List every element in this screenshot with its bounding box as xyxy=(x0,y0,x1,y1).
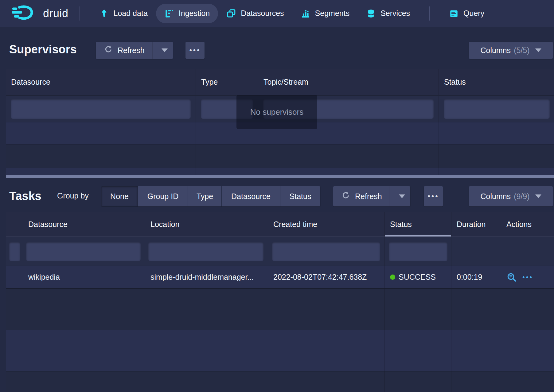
columns-count: (9/9) xyxy=(514,192,529,201)
nav-item-datasources[interactable]: Datasources xyxy=(218,4,292,23)
refresh-icon xyxy=(341,191,350,202)
status-filter-input[interactable] xyxy=(444,99,550,119)
druid-logo[interactable]: druid xyxy=(12,5,68,22)
refresh-label: Refresh xyxy=(355,192,382,201)
created-time-filter-input[interactable] xyxy=(272,242,380,261)
supervisors-table-header: Datasource Type Topic/Stream Status xyxy=(6,69,554,95)
group-by-status-button[interactable]: Status xyxy=(280,186,320,206)
column-header-actions[interactable]: Actions xyxy=(501,212,554,236)
task-status-label: SUCCESS xyxy=(399,273,436,282)
nav-item-label: Segments xyxy=(315,9,350,18)
nav-item-label: Query xyxy=(463,9,484,18)
datasources-icon xyxy=(226,9,236,18)
column-header-status-sorted[interactable]: Status xyxy=(385,212,451,236)
supervisors-more-button[interactable]: ••• xyxy=(185,42,205,59)
nav-item-label: Services xyxy=(380,9,410,18)
ingestion-icon xyxy=(164,9,174,18)
load-data-icon xyxy=(99,9,109,18)
datasource-filter-input[interactable] xyxy=(26,242,141,261)
nav-divider xyxy=(429,6,430,21)
datasource-filter-input[interactable] xyxy=(11,99,191,119)
group-filter-input[interactable] xyxy=(9,242,20,261)
column-header-location[interactable]: Location xyxy=(145,212,268,236)
supervisors-columns-button[interactable]: Columns (5/5) xyxy=(469,42,553,59)
chevron-down-icon xyxy=(535,194,541,198)
tasks-table: Datasource Location Created time Status … xyxy=(6,212,554,392)
tasks-refresh-button[interactable]: Refresh xyxy=(333,186,390,206)
column-header-datasource[interactable]: Datasource xyxy=(23,212,145,236)
empty-row xyxy=(6,330,554,371)
task-location-cell: simple-druid-middlemanager... xyxy=(145,266,268,288)
group-by-label: Group by xyxy=(57,191,89,200)
supervisors-refresh-button[interactable]: Refresh xyxy=(96,42,153,59)
task-actions-cell: ••• xyxy=(501,266,554,288)
task-detail-magnifier-icon[interactable] xyxy=(506,272,517,282)
refresh-label: Refresh xyxy=(118,46,145,55)
column-header-status[interactable]: Status xyxy=(439,69,554,95)
nav-item-services[interactable]: Services xyxy=(358,4,418,23)
nav-item-label: Datasources xyxy=(241,9,284,18)
group-by-type-button[interactable]: Type xyxy=(188,186,222,206)
columns-count: (5/5) xyxy=(514,46,529,55)
success-status-dot xyxy=(390,275,395,280)
columns-label: Columns xyxy=(480,192,511,201)
brand-name: druid xyxy=(43,7,68,20)
column-header-topic-stream[interactable]: Topic/Stream xyxy=(258,69,439,95)
empty-row xyxy=(6,371,554,392)
tasks-more-button[interactable]: ••• xyxy=(424,186,443,206)
tasks-refresh-dropdown-button[interactable] xyxy=(390,186,410,206)
column-header-datasource[interactable]: Datasource xyxy=(6,69,196,95)
task-datasource-cell: wikipedia xyxy=(23,266,145,288)
tasks-title: Tasks xyxy=(9,190,41,203)
task-created-time-cell: 2022-08-02T07:42:47.638Z xyxy=(268,266,385,288)
more-icon: ••• xyxy=(427,193,439,200)
supervisors-title: Supervisors xyxy=(9,43,77,56)
supervisors-table: Datasource Type Topic/Stream Status No s… xyxy=(6,69,554,175)
druid-logo-icon xyxy=(12,5,40,22)
segments-icon xyxy=(301,9,310,18)
group-by-datasource-button[interactable]: Datasource xyxy=(222,186,280,206)
empty-row xyxy=(6,168,554,175)
nav-divider xyxy=(80,6,80,21)
group-by-none-button[interactable]: None xyxy=(101,186,138,206)
services-icon xyxy=(366,9,376,18)
tasks-table-header: Datasource Location Created time Status … xyxy=(6,212,554,237)
status-filter-input[interactable] xyxy=(389,242,447,261)
column-header-type[interactable]: Type xyxy=(196,69,258,95)
nav-item-query[interactable]: Query xyxy=(441,4,493,23)
column-header-duration[interactable]: Duration xyxy=(451,212,501,236)
chevron-down-icon xyxy=(162,48,168,52)
task-status-cell: SUCCESS xyxy=(385,266,451,288)
nav-item-segments[interactable]: Segments xyxy=(292,4,358,23)
refresh-icon xyxy=(104,45,113,56)
supervisors-refresh-dropdown-button[interactable] xyxy=(153,42,173,59)
nav-item-label: Ingestion xyxy=(179,9,210,18)
column-header-created-time[interactable]: Created time xyxy=(268,212,385,236)
empty-row xyxy=(6,288,554,330)
druid-console: druid Load data Ingestion Datasources xyxy=(0,0,554,392)
nav-items: Load data Ingestion Datasources Segments xyxy=(91,4,493,23)
tasks-columns-button[interactable]: Columns (9/9) xyxy=(469,186,553,206)
nav-item-label: Load data xyxy=(114,9,148,18)
chevron-down-icon xyxy=(399,194,405,198)
columns-label: Columns xyxy=(480,46,511,55)
tasks-filter-row xyxy=(6,237,554,266)
task-row-wikipedia[interactable]: wikipedia simple-druid-middlemanager... … xyxy=(6,266,554,288)
location-filter-input[interactable] xyxy=(148,242,263,261)
group-by-button-group: None Group ID Type Datasource Status xyxy=(101,186,320,206)
supervisors-refresh-split-button: Refresh xyxy=(96,42,173,59)
task-actions-more-icon[interactable]: ••• xyxy=(522,274,533,281)
column-header-group[interactable] xyxy=(6,212,23,236)
more-icon: ••• xyxy=(189,47,201,54)
top-nav: druid Load data Ingestion Datasources xyxy=(0,0,554,27)
empty-row xyxy=(6,144,554,168)
query-icon xyxy=(449,9,459,18)
nav-item-load-data[interactable]: Load data xyxy=(91,4,156,23)
chevron-down-icon xyxy=(535,48,541,52)
tasks-refresh-split-button: Refresh xyxy=(333,186,410,206)
nav-item-ingestion[interactable]: Ingestion xyxy=(156,4,218,23)
task-duration-cell: 0:00:19 xyxy=(451,266,501,288)
horizontal-scrollbar[interactable] xyxy=(6,175,554,178)
group-by-group-id-button[interactable]: Group ID xyxy=(138,186,188,206)
no-supervisors-message: No supervisors xyxy=(236,95,317,129)
